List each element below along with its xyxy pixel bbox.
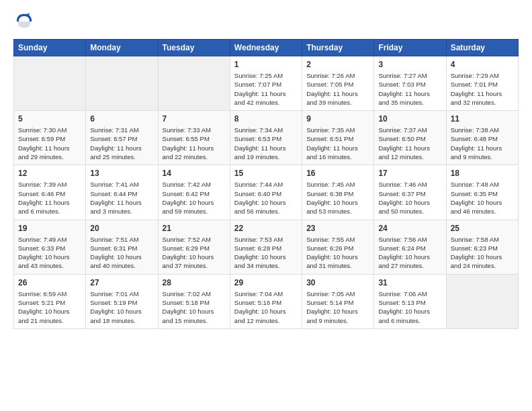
day-number: 5 bbox=[18, 114, 81, 124]
column-header-thursday: Thursday bbox=[302, 40, 374, 56]
day-info: Sunrise: 7:58 AMSunset: 6:23 PMDaylight:… bbox=[451, 235, 514, 271]
day-number: 25 bbox=[451, 224, 514, 233]
calendar-week-row: 1Sunrise: 7:25 AMSunset: 7:07 PMDaylight… bbox=[14, 56, 519, 111]
logo bbox=[13, 11, 38, 32]
calendar-cell: 8Sunrise: 7:34 AMSunset: 6:53 PMDaylight… bbox=[230, 111, 302, 165]
day-number: 1 bbox=[234, 60, 298, 69]
day-info: Sunrise: 7:33 AMSunset: 6:55 PMDaylight:… bbox=[163, 126, 226, 161]
day-number: 9 bbox=[306, 114, 369, 124]
day-number: 11 bbox=[451, 114, 514, 124]
calendar-cell: 27Sunrise: 7:01 AMSunset: 5:19 PMDayligh… bbox=[86, 274, 158, 328]
column-header-saturday: Saturday bbox=[446, 40, 518, 56]
calendar-cell: 10Sunrise: 7:37 AMSunset: 6:50 PMDayligh… bbox=[374, 111, 446, 165]
day-info: Sunrise: 7:41 AMSunset: 6:44 PMDaylight:… bbox=[90, 180, 153, 216]
calendar-cell: 20Sunrise: 7:51 AMSunset: 6:31 PMDayligh… bbox=[86, 220, 158, 274]
calendar-week-row: 26Sunrise: 6:59 AMSunset: 5:21 PMDayligh… bbox=[14, 274, 519, 328]
day-number: 12 bbox=[18, 169, 81, 178]
calendar-cell: 19Sunrise: 7:49 AMSunset: 6:33 PMDayligh… bbox=[14, 220, 86, 274]
calendar-cell: 31Sunrise: 7:06 AMSunset: 5:13 PMDayligh… bbox=[374, 274, 446, 328]
column-header-friday: Friday bbox=[374, 40, 446, 56]
calendar-cell: 13Sunrise: 7:41 AMSunset: 6:44 PMDayligh… bbox=[86, 165, 158, 220]
day-number: 4 bbox=[451, 60, 514, 69]
day-info: Sunrise: 7:53 AMSunset: 6:28 PMDaylight:… bbox=[234, 235, 298, 271]
day-number: 19 bbox=[18, 224, 81, 233]
day-number: 21 bbox=[163, 224, 226, 233]
calendar-cell: 7Sunrise: 7:33 AMSunset: 6:55 PMDaylight… bbox=[158, 111, 230, 165]
calendar-cell: 4Sunrise: 7:29 AMSunset: 7:01 PMDaylight… bbox=[446, 56, 518, 111]
day-info: Sunrise: 7:31 AMSunset: 6:57 PMDaylight:… bbox=[90, 126, 153, 161]
day-info: Sunrise: 7:51 AMSunset: 6:31 PMDaylight:… bbox=[90, 235, 153, 271]
calendar-cell: 6Sunrise: 7:31 AMSunset: 6:57 PMDaylight… bbox=[86, 111, 158, 165]
calendar-cell: 11Sunrise: 7:38 AMSunset: 6:48 PMDayligh… bbox=[446, 111, 518, 165]
day-number: 27 bbox=[90, 278, 153, 287]
day-info: Sunrise: 7:01 AMSunset: 5:19 PMDaylight:… bbox=[90, 289, 153, 325]
day-info: Sunrise: 6:59 AMSunset: 5:21 PMDaylight:… bbox=[18, 289, 81, 325]
day-info: Sunrise: 7:27 AMSunset: 7:03 PMDaylight:… bbox=[378, 71, 441, 107]
calendar-cell: 3Sunrise: 7:27 AMSunset: 7:03 PMDaylight… bbox=[374, 56, 446, 111]
day-number: 13 bbox=[90, 169, 153, 178]
day-number: 24 bbox=[378, 224, 441, 233]
day-info: Sunrise: 7:46 AMSunset: 6:37 PMDaylight:… bbox=[378, 180, 441, 216]
day-number: 2 bbox=[306, 60, 369, 69]
day-number: 8 bbox=[234, 114, 298, 124]
calendar-cell: 14Sunrise: 7:42 AMSunset: 6:42 PMDayligh… bbox=[158, 165, 230, 220]
calendar-cell: 28Sunrise: 7:02 AMSunset: 5:18 PMDayligh… bbox=[158, 274, 230, 328]
day-number: 26 bbox=[18, 278, 81, 287]
day-number: 20 bbox=[90, 224, 153, 233]
page: SundayMondayTuesdayWednesdayThursdayFrid… bbox=[0, 0, 532, 411]
day-info: Sunrise: 7:45 AMSunset: 6:38 PMDaylight:… bbox=[306, 180, 369, 216]
day-number: 7 bbox=[163, 114, 226, 124]
day-number: 6 bbox=[90, 114, 153, 124]
calendar-cell: 17Sunrise: 7:46 AMSunset: 6:37 PMDayligh… bbox=[374, 165, 446, 220]
calendar-cell: 2Sunrise: 7:26 AMSunset: 7:05 PMDaylight… bbox=[302, 56, 374, 111]
day-number: 16 bbox=[306, 169, 369, 178]
calendar-cell: 23Sunrise: 7:55 AMSunset: 6:26 PMDayligh… bbox=[302, 220, 374, 274]
day-info: Sunrise: 7:34 AMSunset: 6:53 PMDaylight:… bbox=[234, 126, 298, 161]
calendar-cell bbox=[446, 274, 518, 328]
calendar-header-row: SundayMondayTuesdayWednesdayThursdayFrid… bbox=[14, 40, 519, 56]
calendar: SundayMondayTuesdayWednesdayThursdayFrid… bbox=[13, 39, 519, 329]
calendar-cell bbox=[86, 56, 158, 111]
calendar-week-row: 19Sunrise: 7:49 AMSunset: 6:33 PMDayligh… bbox=[14, 220, 519, 274]
calendar-cell: 1Sunrise: 7:25 AMSunset: 7:07 PMDaylight… bbox=[230, 56, 302, 111]
day-info: Sunrise: 7:56 AMSunset: 6:24 PMDaylight:… bbox=[378, 235, 441, 271]
calendar-cell bbox=[158, 56, 230, 111]
calendar-cell: 5Sunrise: 7:30 AMSunset: 6:59 PMDaylight… bbox=[14, 111, 86, 165]
day-number: 15 bbox=[234, 169, 298, 178]
column-header-wednesday: Wednesday bbox=[230, 40, 302, 56]
day-info: Sunrise: 7:49 AMSunset: 6:33 PMDaylight:… bbox=[18, 235, 81, 271]
day-number: 3 bbox=[378, 60, 441, 69]
calendar-cell: 25Sunrise: 7:58 AMSunset: 6:23 PMDayligh… bbox=[446, 220, 518, 274]
day-number: 17 bbox=[378, 169, 441, 178]
calendar-cell: 22Sunrise: 7:53 AMSunset: 6:28 PMDayligh… bbox=[230, 220, 302, 274]
day-info: Sunrise: 7:35 AMSunset: 6:51 PMDaylight:… bbox=[306, 126, 369, 161]
day-info: Sunrise: 7:05 AMSunset: 5:14 PMDaylight:… bbox=[306, 289, 369, 325]
column-header-monday: Monday bbox=[86, 40, 158, 56]
column-header-sunday: Sunday bbox=[14, 40, 86, 56]
calendar-cell: 30Sunrise: 7:05 AMSunset: 5:14 PMDayligh… bbox=[302, 274, 374, 328]
day-info: Sunrise: 7:04 AMSunset: 5:16 PMDaylight:… bbox=[234, 289, 298, 325]
day-number: 31 bbox=[378, 278, 441, 287]
day-info: Sunrise: 7:29 AMSunset: 7:01 PMDaylight:… bbox=[451, 71, 514, 107]
day-info: Sunrise: 7:30 AMSunset: 6:59 PMDaylight:… bbox=[18, 126, 81, 161]
day-info: Sunrise: 7:52 AMSunset: 6:29 PMDaylight:… bbox=[163, 235, 226, 271]
day-info: Sunrise: 7:39 AMSunset: 6:46 PMDaylight:… bbox=[18, 180, 81, 216]
day-info: Sunrise: 7:42 AMSunset: 6:42 PMDaylight:… bbox=[163, 180, 226, 216]
day-number: 28 bbox=[163, 278, 226, 287]
day-info: Sunrise: 7:26 AMSunset: 7:05 PMDaylight:… bbox=[306, 71, 369, 107]
calendar-cell bbox=[14, 56, 86, 111]
calendar-cell: 16Sunrise: 7:45 AMSunset: 6:38 PMDayligh… bbox=[302, 165, 374, 220]
day-info: Sunrise: 7:44 AMSunset: 6:40 PMDaylight:… bbox=[234, 180, 298, 216]
day-info: Sunrise: 7:06 AMSunset: 5:13 PMDaylight:… bbox=[378, 289, 441, 325]
calendar-cell: 12Sunrise: 7:39 AMSunset: 6:46 PMDayligh… bbox=[14, 165, 86, 220]
calendar-cell: 26Sunrise: 6:59 AMSunset: 5:21 PMDayligh… bbox=[14, 274, 86, 328]
calendar-week-row: 5Sunrise: 7:30 AMSunset: 6:59 PMDaylight… bbox=[14, 111, 519, 165]
day-number: 23 bbox=[306, 224, 369, 233]
calendar-week-row: 12Sunrise: 7:39 AMSunset: 6:46 PMDayligh… bbox=[14, 165, 519, 220]
day-info: Sunrise: 7:02 AMSunset: 5:18 PMDaylight:… bbox=[163, 289, 226, 325]
calendar-cell: 15Sunrise: 7:44 AMSunset: 6:40 PMDayligh… bbox=[230, 165, 302, 220]
day-info: Sunrise: 7:48 AMSunset: 6:35 PMDaylight:… bbox=[451, 180, 514, 216]
calendar-cell: 21Sunrise: 7:52 AMSunset: 6:29 PMDayligh… bbox=[158, 220, 230, 274]
calendar-cell: 24Sunrise: 7:56 AMSunset: 6:24 PMDayligh… bbox=[374, 220, 446, 274]
day-info: Sunrise: 7:25 AMSunset: 7:07 PMDaylight:… bbox=[234, 71, 298, 107]
